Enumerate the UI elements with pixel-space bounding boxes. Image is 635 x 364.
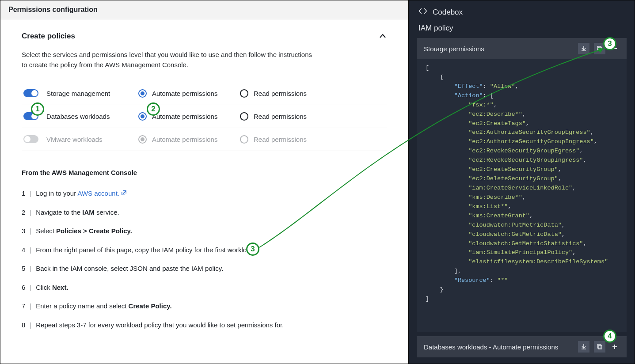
annotation-badge-1: 1 (31, 102, 44, 116)
instruction-step-1: 1|Log in to your AWS account. (22, 184, 387, 203)
annotation-badge-4: 4 (603, 330, 616, 343)
instruction-step-6: 6|Click Next. (22, 278, 387, 297)
section-title: Create policies (22, 32, 75, 41)
radio-label: Automate permissions (152, 113, 217, 120)
instruction-step-5: 5|Back in the IAM console, select JSON a… (22, 259, 387, 278)
radio-automate-databases[interactable] (138, 112, 147, 121)
workload-table: Storage management Automate permissions … (22, 82, 387, 151)
radio-label: Read permissions (254, 136, 307, 143)
svg-rect-1 (598, 47, 602, 51)
toggle-vmware[interactable] (23, 135, 38, 143)
radio-automate-vmware (138, 135, 147, 144)
radio-label: Read permissions (254, 113, 307, 120)
annotation-badge-2: 2 (147, 102, 160, 116)
iam-policy-title: IAM policy (409, 22, 635, 38)
snippet-header-databases: Databases workloads - Automate permissio… (417, 336, 627, 357)
radio-read-vmware (240, 135, 248, 144)
snippet-title: Databases workloads - Automate permissio… (424, 343, 558, 351)
instructions-title: From the AWS Management Console (22, 169, 387, 176)
radio-label: Automate permissions (152, 90, 217, 97)
radio-read-storage[interactable] (240, 89, 248, 98)
instructions-list: 1|Log in to your AWS account. 2|Navigate… (22, 184, 387, 335)
instruction-step-3: 3|Select Policies > Create Policy. (22, 222, 387, 241)
instruction-step-8: 8|Repeat steps 3-7 for every workload po… (22, 316, 387, 335)
svg-rect-5 (597, 345, 601, 348)
workload-label: VMware workloads (46, 136, 103, 143)
workload-label: Databases workloads (46, 113, 110, 120)
code-area[interactable]: [ { "Effect": "Allow", "Action": [ "fsx:… (417, 59, 627, 332)
radio-read-databases[interactable] (240, 112, 248, 121)
permissions-panel: Permissions configuration Create policie… (0, 0, 409, 364)
download-button[interactable] (578, 43, 589, 54)
chevron-up-icon[interactable] (378, 32, 387, 41)
instruction-step-4: 4|From the right panel of this page, cop… (22, 241, 387, 260)
copy-button[interactable] (594, 341, 605, 353)
workload-label: Storage management (46, 90, 110, 97)
codebox-panel: Codebox IAM policy Storage permissions [… (409, 0, 635, 364)
toggle-storage[interactable] (23, 89, 38, 97)
expand-button[interactable] (610, 341, 620, 353)
panel-title: Permissions configuration (0, 0, 408, 19)
annotation-badge-3-right: 3 (603, 37, 616, 50)
codebox-title: Codebox (433, 8, 463, 17)
workload-row-vmware: VMware workloads Automate permissions Re… (22, 128, 387, 151)
instruction-step-7: 7|Enter a policy name and select Create … (22, 297, 387, 316)
snippet-header-storage: Storage permissions (417, 38, 627, 59)
radio-automate-storage[interactable] (138, 89, 147, 98)
codebox-header: Codebox (409, 0, 635, 22)
svg-rect-2 (597, 46, 601, 50)
section-description: Select the services and permissions leve… (22, 49, 387, 70)
workload-row-databases: Databases workloads Automate permissions… (22, 105, 387, 128)
aws-account-link[interactable]: AWS account. (77, 190, 119, 197)
radio-label: Automate permissions (152, 136, 217, 143)
annotation-badge-3-left: 3 (246, 243, 259, 256)
workload-row-storage: Storage management Automate permissions … (22, 82, 387, 105)
external-link-icon (121, 189, 127, 199)
download-button[interactable] (578, 341, 589, 353)
code-icon (418, 8, 427, 17)
snippet-title: Storage permissions (424, 45, 484, 53)
svg-rect-4 (598, 345, 602, 349)
instruction-step-2: 2|Navigate to the IAM service. (22, 203, 387, 222)
radio-label: Read permissions (254, 90, 307, 97)
